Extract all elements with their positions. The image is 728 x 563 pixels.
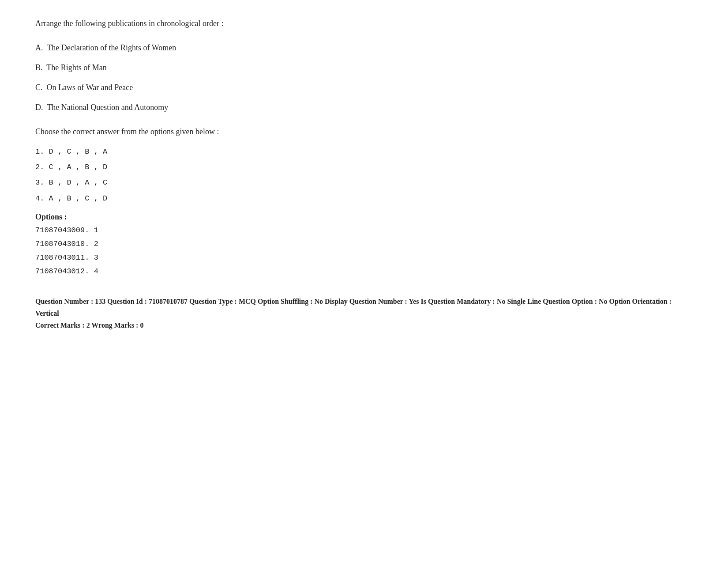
answer-2-number: 2. (35, 163, 49, 171)
answer-3-value: B , D , A , C (49, 178, 108, 187)
pub-b-label: B. (35, 63, 46, 72)
options-label: Options : (35, 212, 693, 222)
answer-option-2[interactable]: 2. C , A , B , D (35, 161, 693, 173)
answer-option-4[interactable]: 4. A , B , C , D (35, 193, 693, 204)
option-id-4: 71087043012. 4 (35, 265, 693, 277)
publication-b: B. The Rights of Man (35, 62, 693, 74)
pub-d-label: D. (35, 103, 47, 112)
publications-list: A. The Declaration of the Rights of Wome… (35, 42, 693, 113)
choose-text: Choose the correct answer from the optio… (35, 126, 693, 138)
pub-d-text: The National Question and Autonomy (47, 103, 168, 112)
option-id-2: 71087043010. 2 (35, 238, 693, 250)
pub-c-text: On Laws of War and Peace (47, 83, 133, 92)
answer-options-list: 1. D , C , B , A 2. C , A , B , D 3. B ,… (35, 146, 693, 204)
pub-a-text: The Declaration of the Rights of Women (47, 43, 176, 52)
publication-c: C. On Laws of War and Peace (35, 82, 693, 94)
answer-option-1[interactable]: 1. D , C , B , A (35, 146, 693, 158)
pub-b-text: The Rights of Man (46, 63, 107, 72)
metadata-line1: Question Number : 133 Question Id : 7108… (35, 295, 693, 319)
answer-1-number: 1. (35, 147, 49, 156)
answer-4-value: A , B , C , D (49, 194, 108, 203)
publication-a: A. The Declaration of the Rights of Wome… (35, 42, 693, 54)
publication-d: D. The National Question and Autonomy (35, 102, 693, 113)
metadata-line2: Correct Marks : 2 Wrong Marks : 0 (35, 319, 693, 331)
pub-a-label: A. (35, 43, 47, 52)
answer-2-value: C , A , B , D (49, 163, 108, 171)
pub-c-label: C. (35, 83, 47, 92)
question-container: Arrange the following publications in ch… (35, 18, 693, 331)
option-id-3: 71087043011. 3 (35, 252, 693, 264)
answer-3-number: 3. (35, 178, 49, 187)
answer-4-number: 4. (35, 194, 49, 203)
answer-1-value: D , C , B , A (49, 147, 108, 156)
answer-option-3[interactable]: 3. B , D , A , C (35, 177, 693, 189)
options-section: Options : 71087043009. 1 71087043010. 2 … (35, 212, 693, 278)
option-id-1: 71087043009. 1 (35, 224, 693, 236)
question-text: Arrange the following publications in ch… (35, 18, 693, 30)
metadata-block: Question Number : 133 Question Id : 7108… (35, 295, 693, 332)
